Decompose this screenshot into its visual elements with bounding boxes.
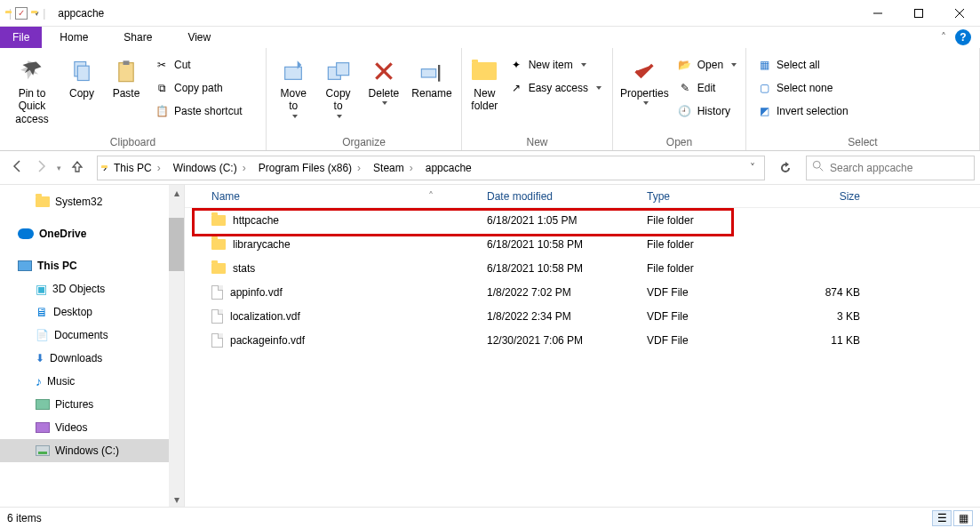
breadcrumb-dropdown[interactable]: ˅ bbox=[745, 162, 761, 174]
crumb-pf86[interactable]: Program Files (x86)› bbox=[253, 162, 366, 174]
refresh-button[interactable] bbox=[772, 156, 799, 180]
chevron-icon[interactable]: › bbox=[103, 162, 107, 174]
copy-path-button[interactable]: ⧉Copy path bbox=[151, 78, 246, 98]
delete-button[interactable]: Delete bbox=[363, 52, 404, 105]
up-button[interactable] bbox=[70, 159, 84, 176]
scroll-thumb[interactable] bbox=[169, 218, 184, 271]
tree-downloads[interactable]: ⬇Downloads bbox=[0, 347, 184, 370]
file-type: VDF File bbox=[638, 310, 771, 323]
table-row[interactable]: httpcache6/18/2021 1:05 PMFile folder bbox=[185, 208, 980, 232]
table-row[interactable]: appinfo.vdf1/8/2022 7:02 PMVDF File874 K… bbox=[185, 280, 980, 304]
details-view-button[interactable]: ☰ bbox=[932, 510, 952, 526]
file-icon bbox=[211, 333, 223, 348]
file-type: File folder bbox=[638, 238, 771, 251]
close-button[interactable] bbox=[939, 0, 980, 27]
group-open-label: Open bbox=[613, 136, 745, 150]
statusbar: 6 items ☰ ▦ bbox=[0, 507, 980, 528]
column-name[interactable]: Name˄ bbox=[185, 190, 478, 203]
tree-system32[interactable]: System32 bbox=[0, 190, 184, 213]
back-button[interactable] bbox=[11, 159, 25, 176]
table-row[interactable]: librarycache6/18/2021 10:58 PMFile folde… bbox=[185, 232, 980, 256]
maximize-button[interactable] bbox=[898, 0, 939, 27]
tab-view[interactable]: View bbox=[170, 27, 228, 48]
table-row[interactable]: localization.vdf1/8/2022 2:34 PMVDF File… bbox=[185, 304, 980, 328]
icons-view-button[interactable]: ▦ bbox=[953, 510, 973, 526]
crumb-thispc[interactable]: This PC› bbox=[108, 162, 166, 174]
list-header: Name˄ Date modified Type Size bbox=[185, 185, 980, 208]
navpane-scrollbar[interactable]: ▴ ▾ bbox=[169, 185, 184, 507]
select-none-icon: ▢ bbox=[757, 81, 771, 95]
invert-selection-button[interactable]: ◩Invert selection bbox=[753, 101, 852, 121]
crumb-appcache[interactable]: appcache bbox=[420, 162, 477, 174]
table-row[interactable]: stats6/18/2021 10:58 PMFile folder bbox=[185, 256, 980, 280]
tab-file[interactable]: File bbox=[0, 27, 42, 48]
crumb-windowsc[interactable]: Windows (C:)› bbox=[168, 162, 251, 174]
file-name: librarycache bbox=[233, 238, 291, 251]
qat-sep2: | bbox=[43, 7, 45, 20]
tab-home[interactable]: Home bbox=[42, 27, 106, 48]
status-text: 6 items bbox=[7, 512, 42, 524]
scroll-up-icon[interactable]: ▴ bbox=[169, 185, 184, 200]
recent-dropdown[interactable]: ▾ bbox=[57, 164, 61, 172]
file-type: VDF File bbox=[638, 334, 771, 347]
svg-rect-6 bbox=[119, 63, 133, 82]
column-date[interactable]: Date modified bbox=[478, 190, 638, 203]
tree-videos[interactable]: Videos bbox=[0, 416, 184, 439]
folder-icon bbox=[36, 196, 50, 207]
table-row[interactable]: packageinfo.vdf12/30/2021 7:06 PMVDF Fil… bbox=[185, 328, 980, 352]
tree-onedrive[interactable]: OneDrive bbox=[0, 222, 184, 245]
tree-documents[interactable]: 📄Documents bbox=[0, 324, 184, 347]
tab-share[interactable]: Share bbox=[106, 27, 170, 48]
new-item-button[interactable]: ✦New item bbox=[506, 55, 605, 75]
properties-button[interactable]: Properties bbox=[620, 52, 669, 105]
pin-to-quick-access-button[interactable]: Pin to Quick access bbox=[7, 52, 57, 125]
tree-windowsc[interactable]: Windows (C:) bbox=[0, 439, 184, 462]
onedrive-icon bbox=[18, 228, 34, 239]
music-icon: ♪ bbox=[36, 374, 42, 388]
history-button[interactable]: 🕘History bbox=[674, 101, 740, 121]
group-clipboard-label: Clipboard bbox=[0, 136, 266, 150]
new-item-icon: ✦ bbox=[509, 58, 523, 72]
edit-icon: ✎ bbox=[678, 81, 692, 95]
copy-to-button[interactable]: Copy to bbox=[318, 52, 357, 118]
breadcrumb[interactable]: › This PC› Windows (C:)› Program Files (… bbox=[97, 156, 765, 180]
qat-checkbox[interactable]: ✓ bbox=[15, 7, 28, 20]
sort-indicator-icon: ˄ bbox=[428, 190, 434, 203]
easy-access-button[interactable]: ↗Easy access bbox=[506, 78, 605, 98]
scroll-down-icon[interactable]: ▾ bbox=[169, 492, 184, 507]
file-type: File folder bbox=[638, 214, 771, 227]
edit-button[interactable]: ✎Edit bbox=[674, 78, 740, 98]
file-date: 6/18/2021 10:58 PM bbox=[478, 238, 638, 251]
select-none-button[interactable]: ▢Select none bbox=[753, 78, 852, 98]
column-size[interactable]: Size bbox=[771, 190, 869, 203]
svg-point-15 bbox=[813, 161, 820, 168]
move-to-button[interactable]: Move to bbox=[274, 52, 313, 118]
cube-icon: ▣ bbox=[36, 282, 47, 296]
file-date: 6/18/2021 1:05 PM bbox=[478, 214, 638, 227]
rename-button[interactable]: Rename bbox=[410, 52, 454, 100]
tree-3dobjects[interactable]: ▣3D Objects bbox=[0, 277, 184, 300]
search-input[interactable]: Search appcache bbox=[806, 156, 975, 180]
folder-icon bbox=[211, 239, 226, 250]
tree-desktop[interactable]: 🖥Desktop bbox=[0, 300, 184, 324]
cut-button[interactable]: ✂Cut bbox=[151, 55, 246, 75]
file-name: packageinfo.vdf bbox=[230, 334, 305, 347]
file-name: appinfo.vdf bbox=[230, 286, 283, 299]
tree-music[interactable]: ♪Music bbox=[0, 370, 184, 393]
select-all-button[interactable]: ▦Select all bbox=[753, 55, 852, 75]
help-icon[interactable]: ? bbox=[955, 29, 971, 45]
tree-pictures[interactable]: Pictures bbox=[0, 393, 184, 416]
minimize-button[interactable] bbox=[857, 0, 898, 27]
new-folder-button[interactable]: New folder bbox=[469, 52, 500, 113]
ribbon-tabs: File Home Share View ˄ ? bbox=[0, 27, 980, 48]
collapse-ribbon-icon[interactable]: ˄ bbox=[941, 31, 946, 44]
open-button[interactable]: 📂Open bbox=[674, 55, 740, 75]
copy-button[interactable]: Copy bbox=[62, 52, 101, 100]
crumb-steam[interactable]: Steam› bbox=[368, 162, 418, 174]
paste-button[interactable]: Paste bbox=[107, 52, 146, 100]
tree-thispc[interactable]: This PC bbox=[0, 254, 184, 277]
paste-shortcut-button[interactable]: 📋Paste shortcut bbox=[151, 101, 246, 121]
svg-line-16 bbox=[820, 168, 824, 172]
forward-button[interactable] bbox=[34, 159, 48, 176]
column-type[interactable]: Type bbox=[638, 190, 771, 203]
